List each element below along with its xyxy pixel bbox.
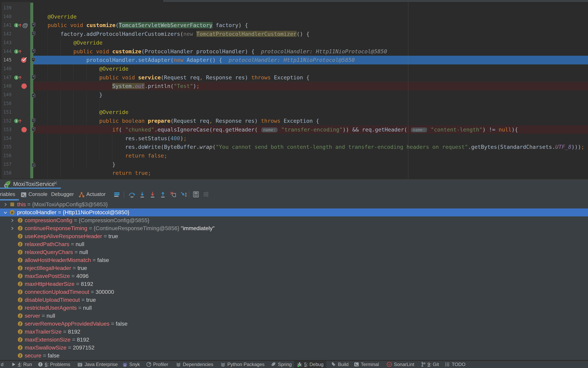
code-line[interactable]: @Override xyxy=(35,12,77,21)
variable-row[interactable]: fallowHostHeaderMismatch = false xyxy=(0,256,588,264)
fold-collapse-icon[interactable] xyxy=(31,22,36,28)
variable-row[interactable]: frelaxedQueryChars = null xyxy=(0,248,588,256)
svg-text:I: I xyxy=(16,50,17,53)
inline-debugger-value: protocolHandler: Http11NioProtocol@5850 xyxy=(261,48,387,55)
statusbar-item-sonarlint[interactable]: SonarLint xyxy=(386,361,414,368)
fold-collapse-icon[interactable] xyxy=(31,127,36,132)
breakpoint-icon[interactable] xyxy=(21,127,27,133)
statusbar-item-terminal[interactable]: Terminal xyxy=(354,361,379,368)
variable-row[interactable]: fuseKeepAliveResponseHeader = true xyxy=(0,232,588,240)
variable-row[interactable]: fmaxSwallowSize = 2097152 xyxy=(0,344,588,352)
evaluate-expression-icon[interactable] xyxy=(193,191,200,198)
step-into-icon[interactable] xyxy=(139,191,146,198)
fold-collapse-icon[interactable] xyxy=(31,118,36,124)
variable-row[interactable]: frejectIllegalHeader = true xyxy=(0,264,588,272)
override-method-icon[interactable]: I xyxy=(14,22,22,28)
tab-console[interactable]: Console xyxy=(28,189,47,201)
tab-debugger[interactable]: Debugger xyxy=(51,189,74,201)
chevron-down-icon[interactable] xyxy=(3,210,8,215)
code-line[interactable]: public boolean prepare(Request req, Resp… xyxy=(35,117,319,125)
variables-tree[interactable]: this = {MoxiToxiAppConfig$3@5853}pprotoc… xyxy=(0,201,588,360)
variable-value: 300000 xyxy=(95,289,114,295)
drop-frame-icon[interactable] xyxy=(170,191,177,198)
variable-row[interactable]: fmaxExtensionSize = 8192 xyxy=(0,336,588,344)
statusbar-item-spring[interactable]: Spring xyxy=(271,361,292,368)
fold-end-icon[interactable] xyxy=(31,92,36,98)
fold-collapse-icon[interactable] xyxy=(31,31,36,37)
breakpoint-verified-icon[interactable] xyxy=(21,57,28,63)
show-execution-point-icon[interactable] xyxy=(113,191,120,198)
variable-row[interactable]: fserver = null xyxy=(0,312,588,320)
code-line[interactable]: return true; xyxy=(35,169,151,177)
fold-end-icon[interactable] xyxy=(31,162,36,167)
code-line[interactable]: protocolHandler.setAdapter(new Adapter()… xyxy=(35,56,355,64)
code-line[interactable]: public void service(Request req, Respons… xyxy=(35,73,310,82)
variable-row[interactable]: fsecure = false xyxy=(0,352,588,360)
layout-settings-icon[interactable] xyxy=(202,191,210,198)
statusbar-item-run[interactable]: 4: Run xyxy=(11,361,32,368)
statusbar-item-build[interactable]: Build xyxy=(331,361,349,368)
code-line[interactable]: @Override xyxy=(35,38,102,47)
code-line[interactable]: } xyxy=(35,160,115,169)
code-line[interactable]: System.out.println("Test"); xyxy=(35,82,200,91)
statusbar-item-python-packages[interactable]: Python Packages xyxy=(220,361,265,368)
code-line[interactable]: res.doWrite(ByteBuffer.wrap("You cannot … xyxy=(35,143,584,151)
override-method-icon[interactable]: I xyxy=(14,118,22,124)
variable-row[interactable]: frestrictedUserAgents = null xyxy=(0,304,588,312)
code-token xyxy=(35,135,125,141)
variable-row[interactable]: fserverRemoveAppProvidedValues = false xyxy=(0,320,588,328)
statusbar-item-dependencies[interactable]: Dependencies xyxy=(176,361,213,368)
variable-row[interactable]: this = {MoxiToxiAppConfig$3@5853} xyxy=(0,201,588,209)
variable-row[interactable]: fmaxTrailerSize = 8192 xyxy=(0,328,588,336)
run-to-cursor-icon[interactable] xyxy=(180,191,187,198)
variable-row[interactable]: fdisableUploadTimeout = true xyxy=(0,296,588,304)
override-method-icon[interactable]: I xyxy=(14,74,22,81)
statusbar-item-snyk[interactable]: Snyk xyxy=(122,361,140,368)
code-line[interactable]: @Override xyxy=(35,108,128,117)
chevron-right-icon[interactable] xyxy=(9,226,15,231)
tab-actuator[interactable]: Actuator xyxy=(86,189,106,201)
variable-row[interactable]: fmaxHttpHeaderSize = 8192 xyxy=(0,280,588,288)
code-line[interactable]: public void customize(TomcatServletWebSe… xyxy=(35,21,248,30)
code-line[interactable]: @Override xyxy=(35,64,128,73)
variable-row[interactable]: pprotocolHandler = {Http11NioProtocol@58… xyxy=(0,209,588,216)
step-out-icon[interactable] xyxy=(159,191,166,198)
force-step-into-icon[interactable] xyxy=(149,191,156,198)
debug-session-tab[interactable]: MoxiToxiService xyxy=(0,179,61,189)
variable-name: secure xyxy=(25,352,41,359)
variable-row[interactable]: fconnectionUploadTimeout = 300000 xyxy=(0,288,588,296)
variable-row[interactable]: fmaxSavePostSize = 4096 xyxy=(0,272,588,280)
fold-collapse-icon[interactable] xyxy=(31,49,36,54)
tab-variables[interactable]: riables xyxy=(0,189,15,201)
code-line[interactable]: factory.addProtocolHandlerCustomizers(ne… xyxy=(35,30,310,38)
code-editor[interactable]: 139140 @Override141I@ public void custom… xyxy=(0,2,588,179)
statusbar-item-todo[interactable]: TODO xyxy=(445,361,466,368)
field-icon: f xyxy=(18,337,23,342)
code-line[interactable]: public void customize(ProtocolHandler pr… xyxy=(35,47,387,56)
code-line[interactable]: return false; xyxy=(35,151,167,160)
annotation-gutter-icon[interactable]: @ xyxy=(22,21,28,30)
code-line[interactable]: res.setStatus(400); xyxy=(35,134,187,143)
close-icon[interactable] xyxy=(53,180,58,186)
statusbar-item-profiler[interactable]: Profiler xyxy=(146,361,168,368)
step-over-icon[interactable] xyxy=(128,191,136,198)
fold-collapse-icon[interactable] xyxy=(31,75,36,80)
chevron-right-icon[interactable] xyxy=(9,218,15,223)
variable-row[interactable]: fcontinueResponseTiming = {ContinueRespo… xyxy=(0,224,588,232)
chevron-right-icon[interactable] xyxy=(3,202,8,207)
variable-row[interactable]: frelaxedPathChars = null xyxy=(0,240,588,248)
breakpoint-icon[interactable] xyxy=(21,83,27,89)
code-line[interactable]: if( "chunked".equalsIgnoreCase(req.getHe… xyxy=(35,125,518,134)
statusbar-item-debug[interactable]: 5: Debug xyxy=(294,361,326,368)
code-line[interactable]: } xyxy=(35,91,102,99)
statusbar-item-partial[interactable]: d xyxy=(1,361,3,368)
fold-collapse-icon[interactable] xyxy=(31,57,36,63)
variable-value: 4096 xyxy=(76,273,89,279)
statusbar-item-problems[interactable]: 6: Problems xyxy=(38,361,70,368)
statusbar-item-label: Terminal xyxy=(361,362,379,367)
variable-row[interactable]: fcompressionConfig = {CompressionConfig@… xyxy=(0,216,588,224)
override-method-icon[interactable]: I xyxy=(14,48,22,55)
code-token: "You cannot send both content-length and… xyxy=(216,144,468,150)
statusbar-item-java-enterprise[interactable]: EEJava Enterprise xyxy=(77,361,118,368)
statusbar-item-git[interactable]: 9: Git xyxy=(421,361,439,368)
